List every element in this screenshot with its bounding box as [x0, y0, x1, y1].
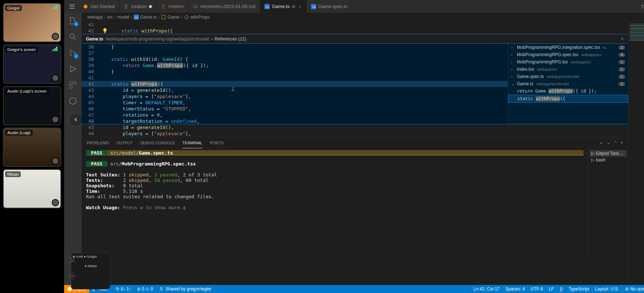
- reference-line[interactable]: static withProps({: [508, 95, 628, 103]
- status-cursor-pos[interactable]: Ln 42, Col 17: [471, 286, 502, 292]
- panel-tab-output[interactable]: Output: [116, 138, 133, 148]
- peek-filepath: /workspace/mob-programming-rpg/webapp/sr…: [105, 36, 209, 42]
- panel-tab-problems[interactable]: Problems: [87, 138, 109, 148]
- tab-label: rotation: [168, 4, 184, 9]
- line-number: 43: [82, 125, 100, 130]
- terminal-item-bash[interactable]: ▷ bash: [590, 157, 627, 163]
- peek-code-editor[interactable]: ⌶ 36 }3738 static withId(id: GameId) {39…: [82, 44, 508, 124]
- minimap[interactable]: [628, 22, 644, 285]
- status-ports[interactable]: ⊘ No open ports: [622, 286, 644, 292]
- extensions-icon[interactable]: [68, 81, 77, 89]
- svg-point-0: [84, 4, 88, 8]
- breadcrumb[interactable]: webapp› src› model› TS Game.ts› Game› wi…: [82, 13, 644, 22]
- participant-tile-gregor-screen[interactable]: Gregor's screen: [3, 44, 61, 84]
- svg-point-23: [161, 288, 162, 289]
- status-brace[interactable]: {}: [557, 286, 566, 292]
- scm-badge: 1: [74, 54, 79, 59]
- tab-rotation-1[interactable]: rotation: [119, 0, 156, 13]
- search-icon[interactable]: [68, 32, 77, 41]
- peek-reference-tree: ›MobProgrammingRPG.integration.spec.tsxw…: [508, 44, 628, 124]
- terminal-item-gitpod[interactable]: ▷ Gitpod Task…: [590, 150, 627, 157]
- status-bar: Gitpod main* ↻ 0↓ 1↑ ⊘ 0 ⚠ 0 Shared by g…: [64, 285, 644, 293]
- tab-label: rotation: [131, 4, 146, 9]
- reference-file[interactable]: ›index.tsxwebapp/src1: [508, 66, 628, 73]
- status-sync[interactable]: ↻ 0↓ 1↑: [113, 286, 134, 292]
- participant-tile-gregor[interactable]: Gregor: [3, 3, 61, 42]
- tab-game-ts[interactable]: TS Game.ts M ×: [260, 0, 306, 13]
- panel-tab-terminal[interactable]: Terminal: [182, 138, 203, 148]
- explorer-icon[interactable]: 1: [68, 16, 77, 25]
- editor-sticky-scroll: 41 42💡 static withProps({: [82, 22, 628, 34]
- status-liveshare[interactable]: Shared by gregorriegler: [156, 286, 214, 292]
- editor-body[interactable]: 43 id = generateId(), 44 players = ["app…: [82, 124, 628, 137]
- breadcrumb-seg[interactable]: model: [117, 15, 129, 20]
- reference-line[interactable]: return Game.withProps({ id });: [508, 87, 628, 95]
- status-eol[interactable]: LF: [546, 286, 557, 292]
- tab-game-spec[interactable]: TS Game.spec.ts: [307, 0, 352, 13]
- tab-label: microretro-2023-01-05.md: [200, 4, 255, 9]
- breadcrumb-symbol[interactable]: withProps: [191, 15, 210, 20]
- close-tab-button[interactable]: ×: [299, 4, 302, 9]
- svg-text:TS: TS: [266, 5, 269, 8]
- participant-label: Austin (Luigi): [5, 130, 33, 136]
- terminal-output[interactable]: PASS src/model/Game.spec.ts PASS src/Mob…: [82, 149, 588, 257]
- game-sub: ● Nitsan: [73, 264, 109, 268]
- reference-file[interactable]: ›Game.spec.tswebapp/src/model1: [508, 73, 628, 80]
- status-spaces[interactable]: Spaces: 4: [502, 286, 527, 292]
- reference-file[interactable]: ⌄Game.tswebapp/src/model2: [508, 80, 628, 87]
- maximize-panel-icon[interactable]: ⌃: [614, 140, 617, 146]
- tab-rotation-2[interactable]: rotation: [157, 0, 189, 13]
- terminal-item-label: Gitpod Task…: [596, 151, 623, 156]
- tabbar-actions: ⋯: [641, 4, 644, 9]
- run-debug-icon[interactable]: [68, 65, 77, 73]
- video-call-sidebar: Gregor Gregor's screen Austin (Luigi)'s …: [0, 0, 64, 293]
- svg-text:TS: TS: [134, 16, 138, 19]
- breadcrumb-seg[interactable]: webapp: [87, 15, 103, 20]
- reference-file[interactable]: ›MobProgrammingRPG.tsxwebapp/src1: [508, 58, 628, 66]
- svg-point-9: [70, 54, 72, 56]
- settings-gear-icon[interactable]: [68, 272, 77, 281]
- status-language[interactable]: TypeScript: [566, 286, 592, 292]
- svg-point-14: [70, 98, 76, 104]
- collapse-sidebar-button[interactable]: [69, 113, 82, 126]
- close-peek-button[interactable]: ×: [621, 36, 624, 42]
- list-icon: [161, 4, 166, 9]
- peek-filename: Game.ts: [86, 36, 103, 42]
- tab-microretro[interactable]: microretro-2023-01-05.md: [189, 0, 260, 13]
- close-panel-icon[interactable]: ×: [621, 140, 623, 146]
- new-terminal-button[interactable]: ＋: [599, 140, 603, 146]
- typescript-icon: TS: [264, 4, 270, 9]
- compare-icon[interactable]: [641, 4, 644, 9]
- class-icon: [161, 15, 166, 20]
- line-number: 42: [82, 28, 100, 34]
- participant-tile-austin-screen[interactable]: Austin (Luigi)'s screen: [3, 86, 61, 125]
- avatar-badge: [52, 74, 59, 82]
- svg-text:TS: TS: [312, 5, 315, 8]
- status-layout[interactable]: Layout: U.S.: [592, 286, 622, 292]
- svg-rect-19: [162, 15, 165, 19]
- reference-file[interactable]: ›MobProgrammingRPG.integration.spec.tsxw…: [508, 44, 628, 51]
- breadcrumb-seg[interactable]: src: [107, 15, 113, 20]
- svg-point-22: [93, 290, 94, 291]
- github-icon[interactable]: [68, 97, 77, 105]
- explorer-badge: 1: [74, 22, 79, 27]
- panel-tab-ports[interactable]: Ports: [210, 138, 224, 148]
- breadcrumb-symbol[interactable]: Game: [168, 15, 180, 20]
- status-errors[interactable]: ⊘ 0 ⚠ 0: [134, 286, 156, 292]
- typescript-icon: TS: [311, 4, 316, 9]
- reference-file[interactable]: ›MobProgrammingRPG.spec.tsxwebapp/src4: [508, 51, 628, 58]
- panel-tab-debug[interactable]: Debug Console: [140, 138, 175, 148]
- hamburger-menu-button[interactable]: [67, 1, 77, 12]
- tab-get-started[interactable]: Get Started: [79, 0, 119, 13]
- breadcrumb-file[interactable]: Game.ts: [140, 15, 157, 20]
- accounts-icon[interactable]: [68, 256, 77, 265]
- participant-label: Gregor's screen: [5, 47, 38, 52]
- svg-point-15: [71, 257, 74, 260]
- source-control-icon[interactable]: 1: [68, 48, 77, 57]
- participant-tile-austin[interactable]: Austin (Luigi): [3, 128, 61, 167]
- terminal-icon: ▷: [591, 151, 594, 156]
- participant-tile-nitsan[interactable]: Nitsan: [3, 169, 61, 208]
- lightbulb-icon[interactable]: 💡: [102, 28, 108, 34]
- terminal-dropdown-icon[interactable]: ⌄: [607, 140, 610, 146]
- status-encoding[interactable]: UTF-8: [528, 286, 546, 292]
